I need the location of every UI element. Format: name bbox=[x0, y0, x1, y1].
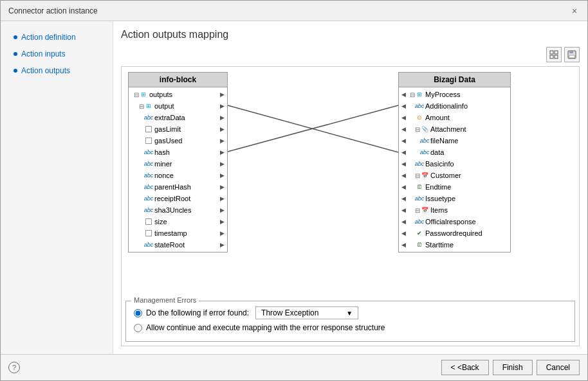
help-icon-button[interactable]: ? bbox=[8, 362, 20, 373]
sidebar-item-action-inputs[interactable]: Action inputs bbox=[1, 46, 113, 62]
table-row: abc sha3Uncles ▶ bbox=[129, 204, 227, 216]
calendar-grid-icon: 📅 bbox=[420, 206, 429, 215]
bullet-icon bbox=[14, 35, 17, 39]
port-right: ▶ bbox=[220, 103, 225, 109]
expand-icon: ⊟ bbox=[134, 91, 139, 98]
back-button[interactable]: < <Back bbox=[441, 360, 489, 375]
port-right: ▶ bbox=[220, 161, 225, 167]
toolbar-button-1[interactable] bbox=[546, 47, 562, 62]
svg-rect-3 bbox=[555, 55, 558, 58]
table-row: ◀ abc fileName bbox=[399, 135, 510, 146]
svg-rect-1 bbox=[555, 51, 558, 54]
abc-icon: abc bbox=[144, 240, 153, 249]
error-option-2: Allow continue and execute mapping with … bbox=[134, 323, 567, 332]
title-bar: Connector action instance × bbox=[1, 1, 587, 21]
table-row: gasUsed ▶ bbox=[129, 135, 227, 146]
table-row: abc parentHash ▶ bbox=[129, 181, 227, 193]
table-row: abc nonce ▶ bbox=[129, 170, 227, 181]
grid-icon: ⊞ bbox=[415, 90, 424, 99]
error-option-2-label: Allow continue and execute mapping with … bbox=[146, 323, 385, 332]
table-row: ◀ ⊙ Amount bbox=[399, 112, 510, 123]
port-left: ◀ bbox=[401, 161, 406, 167]
row-label: Items bbox=[430, 206, 448, 214]
table-row: gasLimit ▶ bbox=[129, 123, 227, 135]
mapping-canvas[interactable]: info-block ⊟ ⊞ outputs ▶ bbox=[122, 67, 579, 297]
table-row: ◀ ⊟ ⊞ MyProcess bbox=[399, 89, 510, 100]
row-label: nonce bbox=[154, 172, 174, 179]
row-label: fileName bbox=[430, 137, 458, 145]
table-row: ◀ abc data bbox=[399, 146, 510, 158]
sidebar-item-label: Action outputs bbox=[21, 66, 70, 75]
port-right: ▶ bbox=[220, 91, 225, 98]
row-label: Starttime bbox=[425, 241, 454, 249]
sidebar-item-action-definition[interactable]: Action definition bbox=[1, 29, 113, 46]
footer-buttons: < <Back Finish Cancel bbox=[441, 360, 580, 375]
table-row: ◀ ⊟ 📅 Items bbox=[399, 204, 510, 216]
table-row: ⊟ ⊞ outputs ▶ bbox=[129, 89, 227, 100]
error-radio-1[interactable] bbox=[134, 309, 142, 317]
port-right: ▶ bbox=[220, 184, 225, 190]
toolbar-button-2[interactable] bbox=[564, 47, 580, 62]
row-label: parentHash bbox=[154, 183, 191, 191]
row-label: receiptRoot bbox=[154, 195, 190, 202]
error-radio-2[interactable] bbox=[134, 324, 142, 332]
port-left: ◀ bbox=[401, 184, 406, 190]
abc-icon: abc bbox=[144, 182, 153, 191]
footer-left: ? bbox=[8, 362, 20, 373]
port-left: ◀ bbox=[401, 242, 406, 248]
row-label: stateRoot bbox=[154, 241, 185, 249]
table-row: ◀ 🗓 Starttime bbox=[399, 239, 510, 251]
mapping-area: info-block ⊟ ⊞ outputs ▶ bbox=[121, 66, 580, 346]
abc-icon: abc bbox=[415, 159, 424, 168]
attach-icon: 📎 bbox=[420, 125, 429, 134]
row-label: gasLimit bbox=[154, 125, 181, 133]
row-label: MyProcess bbox=[425, 91, 460, 98]
content-area: Action definition Action inputs Action o… bbox=[1, 21, 587, 354]
expand-icon: ⊟ bbox=[410, 91, 415, 98]
left-table-body: ⊟ ⊞ outputs ▶ ⊟ ⊞ outpu bbox=[129, 87, 227, 252]
box-icon bbox=[144, 229, 153, 238]
table-row: ◀ 🗓 Endtime bbox=[399, 181, 510, 193]
sidebar-item-action-outputs[interactable]: Action outputs bbox=[1, 62, 113, 79]
row-label: Passwordrequired bbox=[425, 229, 482, 237]
abc-icon: abc bbox=[144, 171, 153, 180]
error-option-1: Do the following if error found: Throw E… bbox=[134, 306, 567, 319]
table-row: size ▶ bbox=[129, 216, 227, 227]
table-row: abc hash ▶ bbox=[129, 146, 227, 158]
check-icon: ✔ bbox=[415, 229, 424, 238]
row-label: Attachment bbox=[430, 125, 466, 133]
svg-rect-6 bbox=[569, 55, 574, 58]
abc-icon: abc bbox=[415, 194, 424, 203]
table-row: ◀ abc Officialresponse bbox=[399, 216, 510, 227]
sidebar-item-label: Action inputs bbox=[21, 49, 66, 58]
right-table-header: Bizagi Data bbox=[399, 73, 510, 87]
port-left: ◀ bbox=[401, 207, 406, 213]
port-left: ◀ bbox=[401, 114, 406, 121]
port-right: ▶ bbox=[220, 172, 225, 179]
cancel-button[interactable]: Cancel bbox=[537, 360, 580, 375]
finish-button[interactable]: Finish bbox=[493, 360, 533, 375]
mapping-inner: info-block ⊟ ⊞ outputs ▶ bbox=[122, 67, 579, 272]
port-right: ▶ bbox=[220, 149, 225, 155]
table-row: ⊟ ⊞ output ▶ bbox=[129, 100, 227, 112]
row-label: miner bbox=[154, 160, 172, 168]
abc-icon: abc bbox=[420, 148, 429, 157]
row-label: size bbox=[154, 218, 167, 226]
table-row: ◀ ⊟ 📎 Attachment bbox=[399, 123, 510, 135]
right-table-body: ◀ ⊟ ⊞ MyProcess ◀ abc bbox=[399, 87, 510, 252]
right-table: Bizagi Data ◀ ⊟ ⊞ MyProcess bbox=[398, 72, 511, 253]
port-left: ◀ bbox=[401, 230, 406, 236]
left-table: info-block ⊟ ⊞ outputs ▶ bbox=[128, 72, 228, 253]
abc-icon: abc bbox=[415, 102, 424, 111]
port-right: ▶ bbox=[220, 242, 225, 248]
left-table-header: info-block bbox=[129, 73, 227, 87]
calendar-icon: 🗓 bbox=[415, 240, 424, 249]
throw-exception-dropdown[interactable]: Throw Exception ▼ bbox=[255, 306, 358, 319]
bullet-icon bbox=[14, 69, 17, 73]
footer: ? < <Back Finish Cancel bbox=[1, 354, 587, 380]
svg-line-8 bbox=[228, 105, 398, 152]
port-right: ▶ bbox=[220, 230, 225, 236]
row-label: Basicinfo bbox=[425, 160, 454, 168]
close-button[interactable]: × bbox=[569, 6, 580, 16]
row-label: timestamp bbox=[154, 229, 187, 237]
